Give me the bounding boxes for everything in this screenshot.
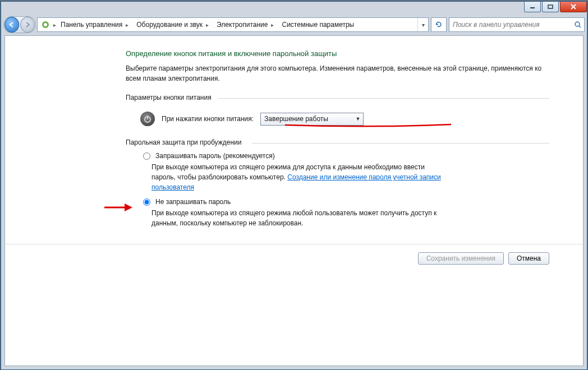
breadcrumb-power-options[interactable]: Электропитание▸ xyxy=(212,18,277,31)
forward-button[interactable] xyxy=(20,17,35,33)
minimize-icon xyxy=(530,4,535,9)
breadcrumb-control-panel[interactable]: Панель управления▸ xyxy=(56,18,132,31)
breadcrumb-hardware-sound[interactable]: Оборудование и звук▸ xyxy=(132,18,212,31)
chevron-down-icon: ▼ xyxy=(354,114,362,124)
close-icon xyxy=(570,4,577,10)
search-icon xyxy=(572,21,584,29)
chevron-right-icon: ▸ xyxy=(206,22,209,28)
breadcrumb-label: Оборудование и звук xyxy=(136,21,203,29)
svg-point-3 xyxy=(44,23,47,26)
group-label: Парольная защита при пробуждении xyxy=(126,138,241,146)
address-bar[interactable]: ▸ Панель управления▸ Оборудование и звук… xyxy=(37,17,429,32)
radio-require-password[interactable] xyxy=(143,152,150,160)
refresh-icon xyxy=(435,21,443,29)
svg-rect-0 xyxy=(530,7,535,8)
address-dropdown-button[interactable]: ▾ xyxy=(417,18,428,31)
svg-rect-1 xyxy=(548,5,553,8)
option-label: Не запрашивать пароль xyxy=(155,198,231,206)
control-panel-icon xyxy=(40,19,51,30)
annotation-arrow xyxy=(103,202,137,215)
annotation-underline xyxy=(284,123,452,126)
search-box[interactable] xyxy=(449,17,585,32)
option-require-password-desc: При выходе компьютера из спящего режима … xyxy=(151,162,443,192)
page-subtitle: Выберите параметры электропитания для эт… xyxy=(126,63,549,84)
group-label: Параметры кнопки питания xyxy=(126,94,212,101)
breadcrumb-label: Системные параметры xyxy=(282,21,354,29)
back-button[interactable] xyxy=(4,17,19,33)
navigation-bar: ▸ Панель управления▸ Оборудование и звук… xyxy=(3,16,585,33)
button-row: Сохранить изменения Отмена xyxy=(5,244,583,265)
chevron-right-icon: ▸ xyxy=(271,22,274,28)
group-power-button-settings: Параметры кнопки питания xyxy=(126,94,549,101)
dropdown-value: Завершение работы xyxy=(264,115,328,123)
svg-point-4 xyxy=(575,22,580,26)
option-require-password: Запрашивать пароль (рекомендуется) xyxy=(140,152,549,160)
window-controls xyxy=(523,2,587,14)
close-button[interactable] xyxy=(560,2,587,12)
maximize-button[interactable] xyxy=(542,2,559,12)
option-label: Запрашивать пароль (рекомендуется) xyxy=(155,152,275,160)
power-icon xyxy=(140,112,155,126)
forward-arrow-icon xyxy=(24,21,31,29)
radio-no-password[interactable] xyxy=(143,198,150,206)
maximize-icon xyxy=(548,4,553,9)
cancel-button[interactable]: Отмена xyxy=(508,252,549,265)
group-password-protection: Парольная защита при пробуждении xyxy=(126,138,549,146)
page-title: Определение кнопок питания и включение п… xyxy=(126,49,549,58)
content-inner: Определение кнопок питания и включение п… xyxy=(126,49,549,265)
breadcrumb-label: Панель управления xyxy=(61,21,122,29)
minimize-button[interactable] xyxy=(524,2,541,12)
search-input[interactable] xyxy=(449,21,572,29)
save-button[interactable]: Сохранить изменения xyxy=(418,252,504,265)
nav-back-forward xyxy=(3,16,36,33)
svg-rect-6 xyxy=(147,115,148,119)
breadcrumb-label: Электропитание xyxy=(217,21,268,29)
back-arrow-icon xyxy=(8,21,16,29)
power-button-action-label: При нажатии кнопки питания: xyxy=(162,115,254,123)
control-panel-window: ▸ Панель управления▸ Оборудование и звук… xyxy=(1,1,587,370)
option-no-password: Не запрашивать пароль xyxy=(140,198,549,206)
refresh-button[interactable] xyxy=(431,17,447,32)
chevron-right-icon: ▸ xyxy=(126,22,128,28)
breadcrumb-system-settings[interactable]: Системные параметры xyxy=(277,18,357,31)
content-pane: Определение кнопок питания и включение п… xyxy=(4,35,584,366)
option-no-password-desc: При выходе компьютера из спящего режима … xyxy=(151,208,443,228)
